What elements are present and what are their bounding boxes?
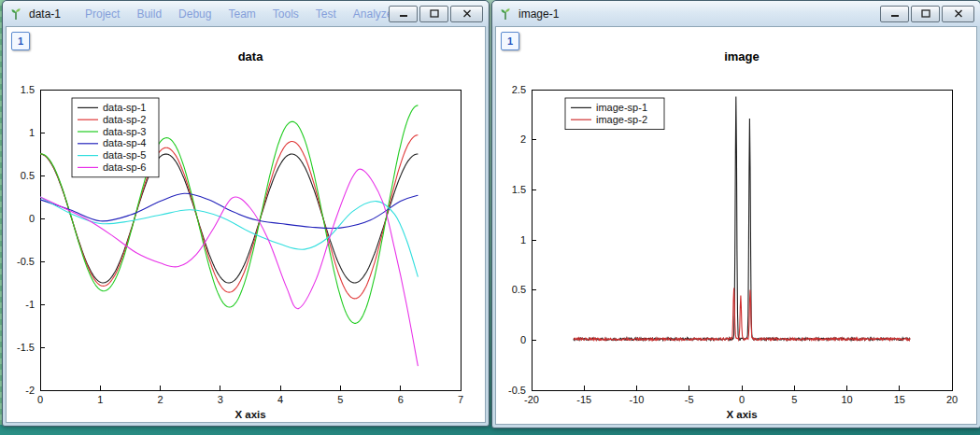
y-tick-label: -0.5 bbox=[508, 385, 526, 396]
background-menu-item: Tools bbox=[273, 7, 299, 21]
minimize-button[interactable] bbox=[389, 6, 418, 22]
minimize-button[interactable] bbox=[880, 6, 909, 22]
chart-canvas-image: -20-15-10-505101520-0.500.511.522.5X axi… bbox=[496, 27, 976, 424]
app-sprout-icon bbox=[498, 7, 513, 21]
y-tick-label: 2.5 bbox=[512, 84, 526, 95]
series-image-sp-1 bbox=[574, 96, 910, 340]
legend: image-sp-1image-sp-2 bbox=[565, 98, 664, 130]
background-menu: Project Build Debug Team Tools Test Anal… bbox=[85, 7, 389, 21]
x-tick-label: 2 bbox=[158, 394, 163, 405]
window-image-1: image-1 1 image -20-15-10-505101520-0.50… bbox=[491, 0, 980, 428]
background-menu-item: Analyze bbox=[353, 7, 389, 21]
x-tick-label: 20 bbox=[946, 394, 958, 405]
y-tick-label: 0 bbox=[520, 334, 526, 345]
x-axis-label: X axis bbox=[726, 409, 757, 420]
background-menu-item: Test bbox=[316, 7, 336, 21]
legend-label: data-sp-2 bbox=[103, 114, 146, 125]
background-menu-item: Debug bbox=[178, 7, 211, 21]
y-tick-label: -1 bbox=[25, 299, 35, 310]
close-button[interactable] bbox=[450, 6, 483, 22]
titlebar[interactable]: data-1 Project Build Debug Team Tools Te… bbox=[3, 1, 489, 26]
x-tick-label: 4 bbox=[277, 394, 283, 405]
legend-label: image-sp-2 bbox=[596, 114, 647, 125]
maximize-button[interactable] bbox=[419, 6, 448, 22]
minimize-icon bbox=[399, 9, 408, 18]
x-tick-label: -15 bbox=[576, 394, 591, 405]
legend-label: data-sp-5 bbox=[103, 149, 146, 161]
window-data-1: data-1 Project Build Debug Team Tools Te… bbox=[2, 0, 490, 427]
plot-frame bbox=[532, 90, 952, 390]
legend-label: data-sp-6 bbox=[103, 161, 146, 173]
legend-label: data-sp-4 bbox=[103, 137, 146, 148]
maximize-icon bbox=[430, 9, 439, 18]
y-tick-label: 2 bbox=[520, 133, 526, 145]
x-tick-label: 5 bbox=[337, 394, 343, 405]
y-tick-label: -1.5 bbox=[17, 342, 35, 353]
x-tick-label: 0 bbox=[739, 394, 745, 405]
legend-label: data-sp-3 bbox=[103, 126, 146, 137]
x-tick-label: 3 bbox=[218, 394, 223, 405]
legend: data-sp-1data-sp-2data-sp-3data-sp-4data… bbox=[72, 98, 159, 177]
y-tick-label: 1.5 bbox=[512, 184, 526, 195]
series-image-sp-2 bbox=[574, 288, 910, 341]
x-tick-label: 10 bbox=[841, 394, 852, 405]
client-area: 1 image -20-15-10-505101520-0.500.511.52… bbox=[495, 26, 977, 425]
window-controls bbox=[389, 6, 483, 22]
background-menu-item: Project bbox=[85, 7, 120, 21]
close-icon bbox=[462, 9, 472, 18]
maximize-button[interactable] bbox=[911, 6, 940, 22]
x-tick-label: 15 bbox=[894, 394, 905, 405]
y-tick-label: 1.5 bbox=[21, 84, 35, 95]
y-tick-label: 0.5 bbox=[512, 284, 526, 295]
app-sprout-icon bbox=[8, 7, 23, 21]
close-button[interactable] bbox=[942, 6, 974, 22]
titlebar[interactable]: image-1 bbox=[492, 1, 980, 26]
background-menu-item: Team bbox=[228, 7, 255, 21]
window-title: image-1 bbox=[518, 7, 559, 21]
x-axis-label: X axis bbox=[234, 409, 265, 420]
x-tick-label: 7 bbox=[458, 394, 463, 405]
y-tick-label: -0.5 bbox=[17, 256, 35, 267]
x-tick-label: 0 bbox=[37, 394, 43, 405]
x-tick-label: 6 bbox=[398, 394, 404, 405]
y-tick-label: 0.5 bbox=[21, 170, 35, 181]
y-tick-label: 1 bbox=[29, 127, 35, 138]
legend-label: image-sp-1 bbox=[596, 102, 647, 113]
desktop: { "desktop": { "taskbar_color_left": "#2… bbox=[0, 0, 980, 435]
series-data-sp-6 bbox=[40, 169, 418, 366]
x-tick-label: -20 bbox=[524, 394, 539, 405]
legend-label: data-sp-1 bbox=[103, 102, 146, 113]
window-title: data-1 bbox=[29, 7, 61, 21]
x-tick-label: -5 bbox=[685, 394, 694, 405]
close-icon bbox=[954, 9, 963, 18]
x-tick-label: 1 bbox=[97, 394, 103, 405]
client-area: 1 data 01234567-2-1.5-1-0.500.511.5X axi… bbox=[6, 26, 486, 423]
y-tick-label: -2 bbox=[25, 385, 35, 396]
series-data-sp-5 bbox=[40, 197, 418, 277]
y-tick-label: 0 bbox=[29, 213, 35, 224]
x-tick-label: 5 bbox=[791, 394, 797, 405]
maximize-icon bbox=[921, 9, 930, 18]
x-tick-label: -10 bbox=[630, 394, 645, 405]
chart-canvas-data: 01234567-2-1.5-1-0.500.511.5X axisdata-s… bbox=[7, 27, 485, 422]
background-menu-item: Build bbox=[136, 7, 162, 21]
y-tick-label: 1 bbox=[520, 234, 526, 246]
minimize-icon bbox=[890, 9, 900, 18]
window-controls bbox=[880, 6, 974, 22]
